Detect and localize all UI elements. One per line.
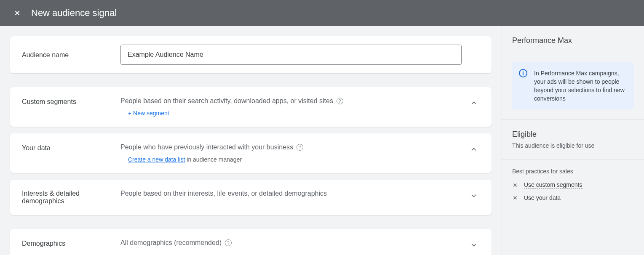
sidebar-pmax-title: Performance Max	[512, 36, 634, 45]
your-data-label: Your data	[22, 143, 120, 152]
sidebar-eligible-sub: This audience is eligible for use	[512, 142, 634, 149]
modal-header: New audience signal	[0, 0, 644, 26]
close-button[interactable]	[10, 6, 24, 20]
audience-name-card: Audience name	[10, 36, 492, 73]
audience-name-label: Audience name	[22, 50, 120, 59]
info-box: i In Performance Max campaigns, your ads…	[512, 62, 634, 109]
help-icon[interactable]: ?	[337, 98, 343, 104]
best-practice-label[interactable]: Use your data	[524, 194, 561, 201]
best-practice-label[interactable]: Use custom segments	[524, 181, 583, 189]
info-text: In Performance Max campaigns, your ads w…	[534, 69, 627, 103]
your-data-description: People who have previously interacted wi…	[120, 143, 293, 151]
create-data-list-suffix: in audience manager	[185, 156, 242, 163]
chevron-down-icon	[470, 241, 478, 249]
best-practice-item: Use your data	[512, 194, 634, 201]
create-data-list-link[interactable]: Create a new data list	[128, 156, 185, 163]
help-icon[interactable]: ?	[225, 239, 232, 246]
your-data-card: Your data People who have previously int…	[10, 133, 492, 173]
modal-title: New audience signal	[31, 8, 117, 19]
custom-segments-card: Custom segments People based on their se…	[10, 87, 492, 127]
collapse-toggle[interactable]	[468, 97, 480, 109]
interests-description: People based on their interests, life ev…	[120, 190, 327, 197]
chevron-up-icon	[470, 99, 478, 107]
custom-segments-label: Custom segments	[22, 97, 120, 106]
info-icon: i	[519, 69, 527, 77]
collapse-toggle[interactable]	[468, 143, 480, 155]
custom-segments-description: People based on their search activity, d…	[120, 97, 333, 105]
best-practices-title: Best practices for sales	[512, 168, 634, 175]
best-practices-section: Best practices for sales Use custom segm…	[502, 159, 644, 215]
main-content: Audience name Custom segments People bas…	[0, 26, 502, 255]
audience-name-input[interactable]	[120, 45, 462, 65]
dismiss-icon[interactable]	[512, 182, 518, 188]
sidebar-eligible-title: Eligible	[512, 130, 634, 139]
demographics-description: All demographics (recommended)	[120, 239, 222, 247]
help-icon[interactable]: ?	[297, 144, 303, 151]
chevron-down-icon	[470, 191, 478, 200]
chevron-up-icon	[470, 145, 478, 154]
interests-card: Interests & detailed demographics People…	[10, 180, 492, 215]
expand-toggle[interactable]	[468, 239, 480, 251]
dismiss-icon[interactable]	[512, 195, 518, 201]
new-segment-button[interactable]: + New segment	[120, 110, 468, 117]
expand-toggle[interactable]	[468, 190, 480, 202]
best-practice-item: Use custom segments	[512, 181, 634, 189]
sidebar: Performance Max i In Performance Max cam…	[502, 26, 644, 255]
close-icon	[13, 9, 21, 17]
demographics-card: Demographics All demographics (recommend…	[10, 229, 492, 255]
demographics-label: Demographics	[22, 239, 120, 247]
interests-label: Interests & detailed demographics	[22, 190, 120, 205]
